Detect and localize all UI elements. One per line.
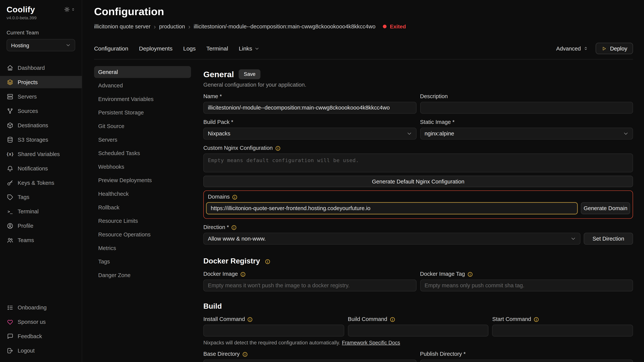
section-title-general: General <box>203 70 234 79</box>
docker-image-label: Docker Image <box>203 271 238 277</box>
terminal-icon: >_ <box>7 208 14 215</box>
advanced-label: Advanced <box>556 45 581 52</box>
settings-nav-general[interactable]: General <box>94 66 191 78</box>
nginx-config-label: Custom Nginx Configuration <box>203 145 272 151</box>
status-badge: Exited <box>390 23 406 30</box>
sidebar-item-teams[interactable]: Teams <box>0 234 82 246</box>
team-select-value: Hosting <box>11 42 29 48</box>
settings-nav-tags[interactable]: Tags <box>94 256 191 268</box>
chevron-right-icon: › <box>188 24 190 29</box>
status-dot <box>383 24 387 28</box>
settings-nav-metrics[interactable]: Metrics <box>94 242 191 254</box>
sidebar-item-terminal[interactable]: >_ Terminal <box>0 205 82 218</box>
build-pack-select[interactable]: Nixpacks <box>203 128 416 140</box>
info-icon <box>231 225 237 230</box>
settings-nav-servers[interactable]: Servers <box>94 134 191 146</box>
settings-nav-webhooks[interactable]: Webhooks <box>94 161 191 173</box>
updown-chevron-icon <box>71 7 75 11</box>
description-input[interactable] <box>420 102 633 114</box>
settings-nav-resource-operations[interactable]: Resource Operations <box>94 229 191 241</box>
save-button[interactable]: Save <box>239 69 260 79</box>
docker-image-field: Docker Image <box>203 266 416 292</box>
sidebar-item-s3-storages[interactable]: S3 Storages <box>0 133 82 146</box>
chevron-down-icon <box>254 46 260 51</box>
sidebar-item-label: Onboarding <box>18 304 46 311</box>
sidebar: Coolify v4.0.0-beta.399 Current Team Hos… <box>0 0 82 362</box>
sidebar-item-projects[interactable]: Projects <box>0 76 82 88</box>
generate-domain-button[interactable]: Generate Domain <box>581 202 630 214</box>
key-icon <box>7 179 14 186</box>
tab-deployments[interactable]: Deployments <box>139 45 172 52</box>
info-icon <box>468 271 473 277</box>
bell-icon <box>7 165 14 172</box>
app-logo[interactable]: Coolify <box>7 5 35 14</box>
domains-input[interactable] <box>206 202 578 214</box>
nginx-config-textarea[interactable] <box>203 154 633 172</box>
install-command-input[interactable] <box>203 325 344 337</box>
sidebar-item-logout[interactable]: Logout <box>0 345 82 357</box>
generate-nginx-button[interactable]: Generate Default Nginx Configuration <box>203 176 633 187</box>
sidebar-item-onboarding[interactable]: Onboarding <box>0 301 82 314</box>
tab-terminal[interactable]: Terminal <box>206 45 228 52</box>
sidebar-item-dashboard[interactable]: Dashboard <box>0 62 82 74</box>
publish-directory-label: Publish Directory * <box>420 351 466 357</box>
info-icon <box>265 259 270 264</box>
static-image-label: Static Image * <box>420 119 454 125</box>
tab-configuration[interactable]: Configuration <box>94 45 128 52</box>
settings-nav-git-source[interactable]: Git Source <box>94 120 191 132</box>
build-command-label: Build Command <box>348 316 387 322</box>
publish-directory-field: Publish Directory * <box>420 346 633 362</box>
sun-icon <box>64 6 70 12</box>
team-select[interactable]: Hosting <box>7 39 75 51</box>
static-image-select[interactable]: nginx:alpine <box>420 128 633 140</box>
chevron-right-icon: › <box>154 24 156 29</box>
sidebar-item-shared-variables[interactable]: {x} Shared Variables <box>0 148 82 160</box>
build-command-input[interactable] <box>348 325 488 337</box>
settings-nav-environment-variables[interactable]: Environment Variables <box>94 93 191 105</box>
start-command-field: Start Command <box>492 311 633 337</box>
docker-image-tag-input[interactable] <box>420 280 633 292</box>
set-direction-button[interactable]: Set Direction <box>584 233 633 245</box>
theme-switcher[interactable] <box>64 6 75 12</box>
sidebar-item-servers[interactable]: Servers <box>0 90 82 102</box>
name-input[interactable] <box>203 102 416 114</box>
sidebar-item-profile[interactable]: Profile <box>0 220 82 232</box>
breadcrumb-project[interactable]: illicitonion quote server <box>94 23 150 30</box>
sidebar-item-sources[interactable]: Sources <box>0 105 82 117</box>
settings-nav-rollback[interactable]: Rollback <box>94 201 191 213</box>
deploy-button[interactable]: Deploy <box>596 43 633 54</box>
settings-nav-danger-zone[interactable]: Danger Zone <box>94 269 191 281</box>
sidebar-item-label: Logout <box>18 348 35 354</box>
sidebar-item-tags[interactable]: Tags <box>0 191 82 203</box>
settings-nav-healthcheck[interactable]: Healthcheck <box>94 188 191 200</box>
publish-directory-input[interactable] <box>420 360 633 362</box>
advanced-toggle[interactable]: Advanced <box>556 45 588 52</box>
settings-nav-persistent-storage[interactable]: Persistent Storage <box>94 107 191 119</box>
sidebar-item-label: S3 Storages <box>18 137 48 143</box>
page-title: Configuration <box>94 5 633 17</box>
direction-select[interactable]: Allow www & non-www. <box>203 233 580 245</box>
base-directory-input[interactable] <box>203 360 416 362</box>
git-branch-icon <box>7 107 14 114</box>
sidebar-nav: Dashboard Projects Servers Sources Desti… <box>0 62 82 246</box>
breadcrumb-application[interactable]: illicitestonion/-module--decomposition:m… <box>194 23 376 30</box>
sidebar-item-feedback[interactable]: Feedback <box>0 330 82 342</box>
sidebar-item-keys-tokens[interactable]: Keys & Tokens <box>0 176 82 189</box>
settings-nav-advanced[interactable]: Advanced <box>94 80 191 91</box>
docker-image-input[interactable] <box>203 280 416 292</box>
sidebar-item-notifications[interactable]: Notifications <box>0 162 82 174</box>
framework-docs-link[interactable]: Framework Specific Docs <box>342 340 400 346</box>
settings-nav-scheduled-tasks[interactable]: Scheduled Tasks <box>94 147 191 159</box>
settings-nav-preview-deployments[interactable]: Preview Deployments <box>94 174 191 186</box>
section-title-docker-registry: Docker Registry <box>203 257 260 266</box>
info-icon <box>232 194 238 200</box>
tab-links[interactable]: Links <box>239 45 260 52</box>
sidebar-item-destinations[interactable]: Destinations <box>0 119 82 131</box>
sidebar-item-label: Sponsor us <box>18 319 46 325</box>
nixpacks-note: Nixpacks will detect the required config… <box>203 340 633 346</box>
start-command-input[interactable] <box>492 325 633 337</box>
settings-nav-resource-limits[interactable]: Resource Limits <box>94 215 191 227</box>
tab-logs[interactable]: Logs <box>183 45 196 52</box>
sidebar-item-sponsor-us[interactable]: Sponsor us <box>0 316 82 328</box>
breadcrumb-environment[interactable]: production <box>159 23 185 30</box>
